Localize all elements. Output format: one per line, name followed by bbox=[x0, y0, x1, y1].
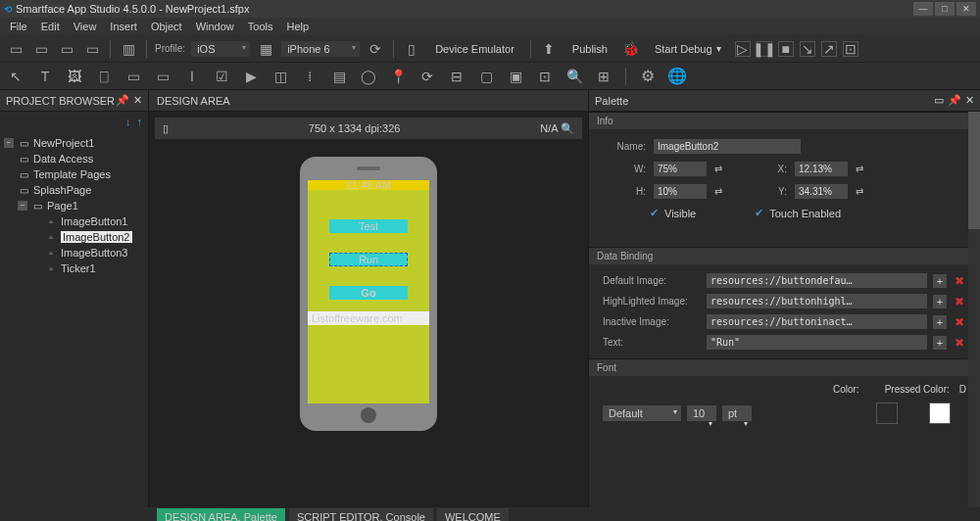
emulator-icon[interactable]: ▯ bbox=[402, 39, 421, 59]
highlighted-image-input[interactable]: resources://buttonhighl… bbox=[707, 294, 927, 308]
y-input[interactable] bbox=[795, 184, 848, 199]
tree-imagebutton1[interactable]: ▫ImageButton1 bbox=[4, 213, 144, 229]
activity-tool-icon[interactable]: ⟳ bbox=[417, 67, 437, 86]
zoom-icon[interactable]: 🔍 bbox=[561, 122, 574, 134]
y-refresh-icon[interactable]: ⇄ bbox=[856, 186, 863, 197]
image-tool-icon[interactable]: 🖼 bbox=[65, 67, 84, 86]
width-refresh-icon[interactable]: ⇄ bbox=[714, 164, 722, 174]
menu-tools[interactable]: Tools bbox=[242, 19, 279, 34]
add-tool-icon[interactable]: ⊞ bbox=[594, 67, 613, 86]
x-refresh-icon[interactable]: ⇄ bbox=[856, 164, 863, 174]
slider-tool-icon[interactable]: ⊟ bbox=[447, 67, 466, 86]
height-refresh-icon[interactable]: ⇄ bbox=[714, 186, 722, 197]
text-delete-button[interactable]: ✖ bbox=[953, 336, 966, 350]
menu-window[interactable]: Window bbox=[190, 19, 240, 34]
profile-dropdown[interactable]: iOS bbox=[191, 41, 250, 57]
design-button-go[interactable]: Go bbox=[329, 286, 408, 300]
default-image-add-button[interactable]: + bbox=[933, 274, 947, 288]
tree-template-pages[interactable]: ▭Template Pages bbox=[4, 166, 144, 182]
cloud-icon[interactable]: 🌐 bbox=[667, 67, 687, 86]
menu-insert[interactable]: Insert bbox=[104, 19, 143, 34]
highlighted-image-delete-button[interactable]: ✖ bbox=[953, 295, 966, 308]
editbox-tool-icon[interactable]: I bbox=[182, 67, 202, 86]
inactive-image-input[interactable]: resources://buttoninact… bbox=[707, 314, 927, 329]
container-tool-icon[interactable]: ◫ bbox=[270, 67, 290, 86]
scroll-tool-icon[interactable]: ⁞ bbox=[300, 67, 319, 86]
tree-ticker1[interactable]: ▫Ticker1 bbox=[4, 260, 144, 276]
repeatbox-tool-icon[interactable]: ▤ bbox=[329, 67, 349, 86]
design-button-run-selected[interactable]: Run bbox=[329, 253, 408, 266]
group-tool-icon[interactable]: ▣ bbox=[506, 67, 525, 86]
inactive-image-delete-button[interactable]: ✖ bbox=[953, 315, 966, 329]
publish-button[interactable]: Publish bbox=[564, 41, 615, 57]
inactive-image-add-button[interactable]: + bbox=[933, 315, 947, 329]
text-tool-icon[interactable]: T bbox=[35, 67, 55, 86]
layout-icon[interactable]: ▥ bbox=[119, 39, 138, 59]
device-dropdown[interactable]: iPhone 6 bbox=[281, 41, 360, 57]
default-image-delete-button[interactable]: ✖ bbox=[953, 274, 966, 288]
phone-screen[interactable]: 11:46 AM Test Run Go Listoffreeware.com bbox=[308, 180, 429, 403]
save-icon[interactable]: ▭ bbox=[57, 39, 76, 59]
font-unit-dropdown[interactable]: pt bbox=[722, 405, 752, 421]
menu-view[interactable]: View bbox=[68, 19, 103, 34]
palette-scrollbar[interactable] bbox=[968, 112, 980, 507]
video-tool-icon[interactable]: ▶ bbox=[241, 67, 261, 86]
width-input[interactable] bbox=[654, 162, 707, 176]
combobox-tool-icon[interactable]: ▭ bbox=[153, 67, 172, 86]
step-over-icon[interactable]: ▷ bbox=[735, 41, 751, 57]
tree-splash-page[interactable]: ▭SplashPage bbox=[4, 182, 144, 198]
tree-data-access[interactable]: ▭Data Access bbox=[4, 151, 144, 166]
visible-checkbox[interactable]: ✔Visible bbox=[650, 207, 696, 219]
panel-close-icon[interactable]: ✕ bbox=[133, 94, 142, 107]
palette-restore-icon[interactable]: ▭ bbox=[934, 94, 944, 107]
pin-icon[interactable]: 📌 bbox=[116, 94, 129, 107]
checkbox-tool-icon[interactable]: ☑ bbox=[212, 67, 231, 86]
device-emulator-button[interactable]: Device Emulator bbox=[427, 41, 522, 57]
open-project-icon[interactable]: ▭ bbox=[31, 39, 51, 59]
menu-edit[interactable]: Edit bbox=[35, 19, 66, 34]
save-all-icon[interactable]: ▭ bbox=[82, 39, 102, 59]
breakpoint-icon[interactable]: ⊡ bbox=[843, 41, 858, 57]
font-family-dropdown[interactable]: Default bbox=[603, 405, 681, 421]
textbutton-tool-icon[interactable]: ⎕ bbox=[94, 67, 114, 86]
textbox-tool-icon[interactable]: ▭ bbox=[123, 67, 143, 86]
rotate-icon[interactable]: ⟳ bbox=[366, 39, 385, 59]
tab-welcome[interactable]: WELCOME bbox=[437, 508, 509, 521]
x-input[interactable] bbox=[795, 162, 848, 176]
search-tool-icon[interactable]: 🔍 bbox=[564, 67, 584, 86]
canvas-tool-icon[interactable]: ▢ bbox=[476, 67, 496, 86]
tree-imagebutton3[interactable]: ▫ImageButton3 bbox=[4, 245, 144, 260]
webview-tool-icon[interactable]: ◯ bbox=[359, 67, 378, 86]
pointer-tool-icon[interactable]: ↖ bbox=[6, 67, 25, 86]
step-into-icon[interactable]: ↘ bbox=[800, 41, 815, 57]
stop-icon[interactable]: ■ bbox=[778, 41, 794, 57]
switch-tool-icon[interactable]: ⊡ bbox=[535, 67, 555, 86]
tab-script-editor[interactable]: SCRIPT EDITOR, Console bbox=[289, 508, 433, 521]
design-canvas[interactable]: 11:46 AM Test Run Go Listoffreeware.com bbox=[149, 139, 588, 507]
device-frame-icon[interactable]: ▯ bbox=[163, 122, 169, 135]
maximize-button[interactable]: □ bbox=[935, 2, 955, 16]
default-image-input[interactable]: resources://buttondefau… bbox=[707, 273, 927, 288]
text-input[interactable]: "Run" bbox=[707, 335, 927, 350]
tab-design-area[interactable]: DESIGN AREA, Palette bbox=[157, 508, 285, 521]
menu-help[interactable]: Help bbox=[280, 19, 315, 34]
text-add-button[interactable]: + bbox=[933, 336, 947, 350]
settings-icon[interactable]: ⚙ bbox=[638, 67, 658, 86]
start-debug-button[interactable]: Start Debug ▾ bbox=[647, 41, 729, 57]
tree-page1[interactable]: −▭Page1 bbox=[4, 198, 144, 213]
tree-root[interactable]: −▭NewProject1 bbox=[4, 135, 144, 151]
close-button[interactable]: ✕ bbox=[956, 2, 976, 16]
palette-close-icon[interactable]: ✕ bbox=[965, 94, 974, 107]
design-button-test[interactable]: Test bbox=[329, 219, 408, 233]
map-tool-icon[interactable]: 📍 bbox=[388, 67, 408, 86]
palette-pin-icon[interactable]: 📌 bbox=[948, 94, 961, 107]
menu-object[interactable]: Object bbox=[145, 19, 188, 34]
tree-imagebutton2[interactable]: ▫ImageButton2 bbox=[4, 229, 144, 245]
color-swatch[interactable] bbox=[876, 403, 898, 424]
publish-icon[interactable]: ⬆ bbox=[539, 39, 559, 59]
height-input[interactable] bbox=[654, 184, 707, 199]
minimize-button[interactable]: — bbox=[913, 2, 933, 16]
highlighted-image-add-button[interactable]: + bbox=[933, 295, 947, 308]
collapse-all-icon[interactable]: ↓ bbox=[125, 116, 131, 127]
profile-settings-icon[interactable]: ▦ bbox=[256, 39, 275, 59]
